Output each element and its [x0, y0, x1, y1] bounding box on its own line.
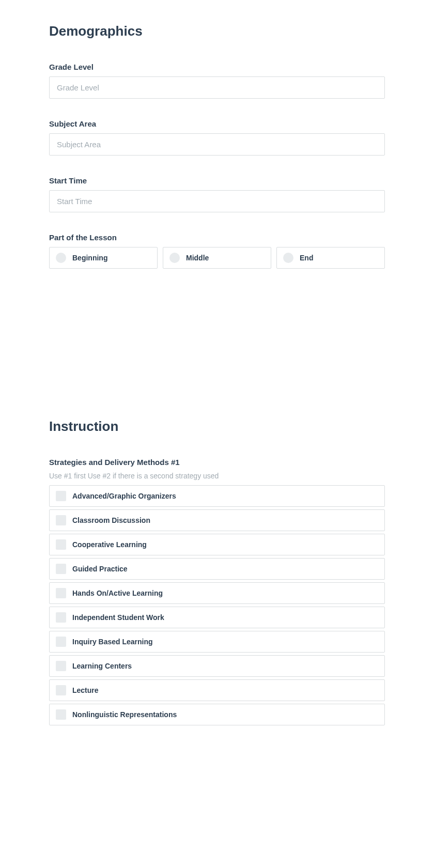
- checkbox-icon: [56, 709, 66, 720]
- checkbox-label: Guided Practice: [72, 565, 128, 573]
- checkbox-label: Hands On/Active Learning: [72, 589, 163, 597]
- radio-beginning[interactable]: Beginning: [49, 247, 158, 269]
- subject-area-group: Subject Area: [49, 119, 385, 156]
- part-of-lesson-group: Part of the Lesson Beginning Middle End: [49, 233, 385, 269]
- part-of-lesson-label: Part of the Lesson: [49, 233, 385, 242]
- checkbox-classroom-discussion[interactable]: Classroom Discussion: [49, 509, 385, 531]
- instruction-title: Instruction: [49, 419, 385, 435]
- checkbox-hands-on[interactable]: Hands On/Active Learning: [49, 582, 385, 604]
- start-time-input[interactable]: [49, 190, 385, 212]
- checkbox-learning-centers[interactable]: Learning Centers: [49, 655, 385, 677]
- checkbox-icon: [56, 685, 66, 695]
- strategies-hint: Use #1 first Use #2 if there is a second…: [49, 472, 385, 480]
- checkbox-inquiry-based[interactable]: Inquiry Based Learning: [49, 631, 385, 653]
- radio-icon: [283, 253, 293, 263]
- radio-end[interactable]: End: [276, 247, 385, 269]
- start-time-label: Start Time: [49, 176, 385, 185]
- subject-area-label: Subject Area: [49, 119, 385, 128]
- checkbox-label: Nonlinguistic Representations: [72, 710, 177, 719]
- grade-level-group: Grade Level: [49, 63, 385, 99]
- radio-end-label: End: [300, 254, 313, 262]
- checkbox-icon: [56, 612, 66, 623]
- checkbox-label: Lecture: [72, 686, 99, 694]
- part-of-lesson-options: Beginning Middle End: [49, 247, 385, 269]
- checkbox-icon: [56, 637, 66, 647]
- checkbox-icon: [56, 661, 66, 671]
- checkbox-icon: [56, 491, 66, 501]
- checkbox-advanced-organizers[interactable]: Advanced/Graphic Organizers: [49, 485, 385, 507]
- grade-level-label: Grade Level: [49, 63, 385, 71]
- subject-area-input[interactable]: [49, 133, 385, 156]
- radio-middle-label: Middle: [186, 254, 209, 262]
- checkbox-label: Classroom Discussion: [72, 516, 150, 524]
- checkbox-icon: [56, 588, 66, 598]
- radio-beginning-label: Beginning: [72, 254, 107, 262]
- checkbox-label: Advanced/Graphic Organizers: [72, 492, 176, 500]
- checkbox-label: Independent Student Work: [72, 613, 164, 622]
- checkbox-cooperative-learning[interactable]: Cooperative Learning: [49, 534, 385, 555]
- checkbox-guided-practice[interactable]: Guided Practice: [49, 558, 385, 580]
- checkbox-independent-work[interactable]: Independent Student Work: [49, 607, 385, 628]
- checkbox-label: Inquiry Based Learning: [72, 638, 153, 646]
- checkbox-nonlinguistic[interactable]: Nonlinguistic Representations: [49, 704, 385, 725]
- strategies-label: Strategies and Delivery Methods #1: [49, 458, 385, 467]
- checkbox-lecture[interactable]: Lecture: [49, 679, 385, 701]
- radio-middle[interactable]: Middle: [163, 247, 271, 269]
- checkbox-icon: [56, 564, 66, 574]
- strategies-group: Strategies and Delivery Methods #1 Use #…: [49, 458, 385, 725]
- radio-icon: [169, 253, 180, 263]
- demographics-title: Demographics: [49, 23, 385, 39]
- radio-icon: [56, 253, 66, 263]
- checkbox-icon: [56, 515, 66, 525]
- checkbox-icon: [56, 539, 66, 550]
- checkbox-label: Cooperative Learning: [72, 540, 147, 549]
- strategies-list: Advanced/Graphic Organizers Classroom Di…: [49, 485, 385, 725]
- grade-level-input[interactable]: [49, 76, 385, 99]
- checkbox-label: Learning Centers: [72, 662, 132, 670]
- start-time-group: Start Time: [49, 176, 385, 212]
